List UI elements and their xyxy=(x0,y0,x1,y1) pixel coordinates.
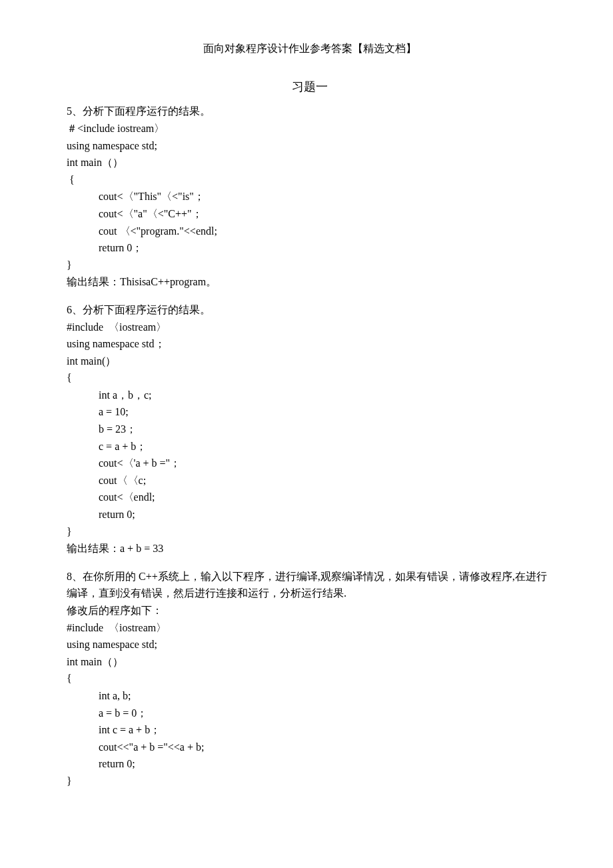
q8-close: } xyxy=(67,773,553,790)
q5-code-2: int main（） xyxy=(67,154,553,171)
spacer xyxy=(67,291,553,301)
q6-heading: 6、分析下面程序运行的结果。 xyxy=(67,301,553,319)
q6-code-1: using namespace std； xyxy=(67,335,553,353)
q6-code-0: #include 〈iostream〉 xyxy=(67,319,553,336)
q5-code-3: { xyxy=(67,171,553,189)
q6-output: 输出结果：a + b = 33 xyxy=(67,540,553,557)
q5-code-7: return 0； xyxy=(67,239,553,257)
spacer xyxy=(67,557,553,568)
q8-heading: 8、在你所用的 C++系统上，输入以下程序，进行编译,观察编译情况，如果有错误，… xyxy=(67,568,553,602)
q5-close: } xyxy=(67,257,553,274)
q8-code-5: a = b = 0； xyxy=(67,705,553,722)
q8-subheading: 修改后的程序如下： xyxy=(67,602,553,619)
page-header: 面向对象程序设计作业参考答案【精选文档】 xyxy=(67,40,553,57)
q6-code-5: a = 10; xyxy=(67,403,553,421)
q6-code-9: cout〈〈c; xyxy=(67,472,553,489)
q5-code-6: cout 〈<"program."<<endl; xyxy=(67,223,553,240)
q6-code-2: int main(） xyxy=(67,353,553,370)
q6-code-6: b = 23； xyxy=(67,421,553,438)
q5-code-0: ＃<include iostream〉 xyxy=(67,120,553,137)
q6-code-11: return 0; xyxy=(67,506,553,523)
q6-close: } xyxy=(67,523,553,541)
q5-code-1: using namespace std; xyxy=(67,137,553,155)
q8-code-1: using namespace std; xyxy=(67,636,553,653)
q8-code-4: int a, b; xyxy=(67,687,553,705)
q8-code-8: return 0; xyxy=(67,755,553,773)
q5-heading: 5、分析下面程序运行的结果。 xyxy=(67,103,553,120)
q8-code-6: int c = a + b； xyxy=(67,721,553,739)
q6-code-7: c = a + b； xyxy=(67,438,553,455)
q8-code-2: int main（） xyxy=(67,653,553,671)
q5-output: 输出结果：ThisisaC++program。 xyxy=(67,273,553,291)
q5-code-5: cout<〈"a"〈<"C++"； xyxy=(67,205,553,223)
q6-code-4: int a，b，c; xyxy=(67,387,553,404)
page-title: 习题一 xyxy=(67,77,553,97)
q8-code-7: cout<<"a + b ="<<a + b; xyxy=(67,739,553,756)
q8-code-0: #include 〈iostream〉 xyxy=(67,619,553,637)
q6-code-8: cout<〈'a + b ="； xyxy=(67,455,553,472)
q6-code-10: cout<〈endl; xyxy=(67,489,553,506)
q6-code-3: { xyxy=(67,369,553,387)
q5-code-4: cout<〈"This"〈<"is"； xyxy=(67,188,553,205)
q8-code-3: { xyxy=(67,670,553,687)
